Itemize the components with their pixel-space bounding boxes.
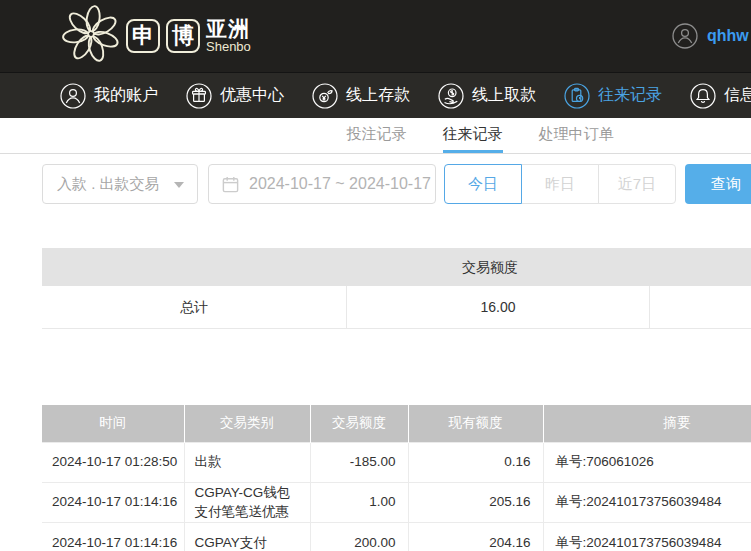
cell-memo: 单号:202410173756039484 [543,482,751,522]
table-row: 2024-10-17 01:14:16 CGPAY-CG钱包支付笔笔送优惠 1.… [42,482,751,522]
col-balance: 现有额度 [408,405,543,442]
cell-memo: 单号:202410173756039484 [543,522,751,551]
cell-amount: 1.00 [310,482,408,522]
logo[interactable]: 申 博 亚洲 Shenbo [62,5,251,67]
bell-icon [690,83,716,109]
transaction-type-value: 入款 . 出款交易 [57,175,160,194]
cell-time: 2024-10-17 01:14:16 [42,482,184,522]
nav-item-messages[interactable]: 信息 [690,83,751,109]
deposit-coin-icon [312,83,338,109]
col-time: 时间 [42,405,184,442]
nav-item-my-account[interactable]: 我的账户 [60,83,158,109]
col-memo: 摘要 [543,405,751,442]
app-header: 申 博 亚洲 Shenbo qhhw [0,0,751,72]
summary-total-value: 16.00 [347,286,650,328]
nav-label: 信息 [724,85,751,106]
date-range-value: 2024-10-17 ~ 2024-10-17 [249,175,431,193]
cell-balance: 205.16 [408,482,543,522]
table-row: 2024-10-17 01:28:50 出款 -185.00 0.16 单号:7… [42,442,751,482]
cell-amount: 200.00 [310,522,408,551]
tab-bet-records[interactable]: 投注记录 [347,118,407,153]
transaction-type-select[interactable]: 入款 . 出款交易 [42,164,198,204]
cell-balance: 204.16 [408,522,543,551]
logo-char-shen: 申 [126,19,160,53]
nav-item-deposit[interactable]: 线上存款 [312,83,410,109]
nav-label: 线上存款 [346,85,410,106]
tab-transaction-records[interactable]: 往来记录 [443,118,503,153]
nav-label: 我的账户 [94,85,158,106]
col-type: 交易类别 [184,405,310,442]
nav-item-records[interactable]: 往来记录 [564,83,662,109]
summary-total-label: 总计 [42,286,347,328]
logo-char-bo: 博 [166,19,200,53]
table-row: 2024-10-17 01:14:16 CGPAY支付 200.00 204.1… [42,522,751,551]
transactions-table: 时间 交易类别 交易额度 现有额度 摘要 2024-10-17 01:28:50… [42,405,751,551]
tab-pending-orders[interactable]: 处理中订单 [539,118,614,153]
logo-region: 亚洲 [206,18,251,40]
cell-time: 2024-10-17 01:14:16 [42,522,184,551]
cell-balance: 0.16 [408,442,543,482]
nav-label: 线上取款 [472,85,536,106]
records-icon [564,83,590,109]
date-range-input[interactable]: 2024-10-17 ~ 2024-10-17 [208,164,436,204]
account-icon [60,83,86,109]
summary-table: 交易额度 总计 16.00 [42,248,751,329]
logo-subtitle: Shenbo [206,40,251,54]
withdraw-coin-icon [438,83,464,109]
chevron-down-icon [174,182,184,188]
cell-type: CGPAY支付 [184,522,310,551]
record-tabs: 投注记录 往来记录 处理中订单 [0,118,751,154]
cell-memo: 单号:706061026 [543,442,751,482]
cell-type: 出款 [184,442,310,482]
nav-item-promotions[interactable]: 优惠中心 [186,83,284,109]
main-nav: 我的账户 优惠中心 [0,72,751,118]
quick-date-buttons: 今日 昨日 近7日 [444,164,676,204]
calendar-icon [221,175,240,194]
col-amount: 交易额度 [310,405,408,442]
cell-amount: -185.00 [310,442,408,482]
user-info[interactable]: qhhw [672,0,749,72]
yesterday-button[interactable]: 昨日 [521,164,599,204]
cell-time: 2024-10-17 01:28:50 [42,442,184,482]
last7days-button[interactable]: 近7日 [598,164,676,204]
cell-type: CGPAY-CG钱包支付笔笔送优惠 [184,482,310,522]
filter-bar: 入款 . 出款交易 2024-10-17 ~ 2024-10-17 今日 昨日 … [42,164,751,204]
table-header-row: 时间 交易类别 交易额度 现有额度 摘要 [42,405,751,442]
promo-gift-icon [186,83,212,109]
nav-item-withdraw[interactable]: 线上取款 [438,83,536,109]
page: 申 博 亚洲 Shenbo qhhw [0,0,751,551]
search-button[interactable]: 查询 [685,164,751,204]
logo-flower-icon [62,5,120,67]
username: qhhw [707,27,749,45]
nav-label: 往来记录 [598,85,662,106]
summary-header: 交易额度 [42,248,751,286]
today-button[interactable]: 今日 [444,164,522,204]
summary-empty-cell [650,286,751,328]
summary-total-row: 总计 16.00 [42,286,751,328]
user-avatar-icon [672,23,698,49]
nav-label: 优惠中心 [220,85,284,106]
